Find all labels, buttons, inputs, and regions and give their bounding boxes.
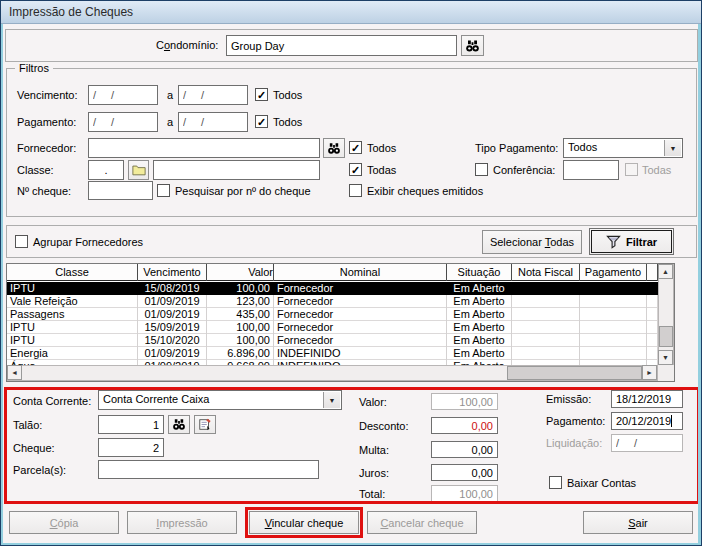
window-border xyxy=(698,24,701,545)
pagamento-data-label: Pagamento: xyxy=(546,415,605,428)
table-row[interactable]: IPTU15/08/2019100,00FornecedorEm Aberto xyxy=(7,282,658,295)
emissao-input[interactable] xyxy=(611,390,683,408)
vencimento-todos-checkbox[interactable]: ✓ xyxy=(255,88,268,101)
classe-folder-button[interactable] xyxy=(128,160,149,180)
condominio-input[interactable] xyxy=(226,35,457,56)
column-header[interactable]: Classe xyxy=(7,264,138,281)
conferencia-checkbox[interactable] xyxy=(475,163,488,176)
table-cell xyxy=(512,282,580,295)
conta-corrente-dropdown[interactable]: Conta Corrente Caixa ▼ xyxy=(98,390,342,410)
total-label: Total: xyxy=(359,488,385,501)
scroll-down-icon[interactable]: ▼ xyxy=(658,350,673,365)
table-cell: Fornecedor xyxy=(274,282,447,295)
fornecedor-input[interactable] xyxy=(88,138,320,158)
baixar-contas-checkbox[interactable] xyxy=(549,476,562,489)
pagamento-to-input[interactable] xyxy=(178,112,248,132)
table-cell: Em Aberto xyxy=(447,308,512,321)
table-cell xyxy=(580,308,647,321)
conferencia-input[interactable] xyxy=(563,160,619,180)
chevron-down-icon[interactable]: ▼ xyxy=(664,140,681,156)
scroll-up-icon[interactable]: ▲ xyxy=(658,264,673,279)
ncheque-input[interactable] xyxy=(88,181,153,200)
scroll-right-icon[interactable]: ► xyxy=(642,365,657,380)
column-header[interactable]: Situação xyxy=(447,264,512,281)
column-header[interactable]: Nominal xyxy=(274,264,447,281)
multa-input[interactable] xyxy=(431,441,498,458)
vencimento-to-input[interactable] xyxy=(178,85,248,105)
impressao-button: Impressão xyxy=(127,511,237,534)
scroll-left-icon[interactable]: ◄ xyxy=(7,365,22,380)
column-header[interactable]: Nota Fiscal xyxy=(512,264,580,281)
window-border xyxy=(1,543,701,545)
tipo-pagamento-dropdown[interactable]: Todos ▼ xyxy=(563,138,683,158)
table-row[interactable]: Vale Refeição01/09/2019123,00FornecedorE… xyxy=(7,295,658,308)
classe-todas-label: Todas xyxy=(367,164,396,177)
desconto-input[interactable] xyxy=(431,417,498,434)
juros-input[interactable] xyxy=(431,464,498,481)
classe-todas-checkbox[interactable]: ✓ xyxy=(349,163,362,176)
window-titlebar[interactable]: Impressão de Cheques xyxy=(1,1,701,24)
table-cell: Em Aberto xyxy=(447,321,512,334)
column-header[interactable]: Pagamento xyxy=(580,264,647,281)
horizontal-scrollbar-thumb[interactable] xyxy=(507,366,642,380)
table-row[interactable]: IPTU15/09/2019100,00FornecedorEm Aberto xyxy=(7,321,658,334)
pagamento-range-sep: a xyxy=(167,116,173,129)
table-row[interactable]: IPTU15/10/2020100,00FornecedorEm Aberto xyxy=(7,334,658,347)
table-cell xyxy=(647,321,658,334)
selecionar-todas-button[interactable]: Selecionar Todas xyxy=(482,230,582,254)
table-cell: 100,00 xyxy=(207,282,274,295)
table-cell xyxy=(647,295,658,308)
agrupar-fornecedores-label: Agrupar Fornecedores xyxy=(33,236,143,249)
table-cell xyxy=(647,347,658,360)
binoculars-icon xyxy=(172,418,186,431)
table-cell: Fornecedor xyxy=(274,308,447,321)
table-cell xyxy=(512,308,580,321)
column-header[interactable]: Vencimento xyxy=(138,264,207,281)
pagamento-from-input[interactable] xyxy=(88,112,158,132)
fornecedor-search-button[interactable] xyxy=(323,138,345,158)
classe-code-input[interactable] xyxy=(88,160,124,180)
agrupar-fornecedores-checkbox[interactable] xyxy=(15,235,28,248)
table-cell xyxy=(512,321,580,334)
vertical-scrollbar-thumb[interactable] xyxy=(659,326,673,347)
column-header[interactable] xyxy=(647,264,658,281)
table-row[interactable]: Passagens01/09/2019435,00FornecedorEm Ab… xyxy=(7,308,658,321)
table-cell: IPTU xyxy=(7,321,138,334)
table-cell xyxy=(580,295,647,308)
pagamento-todos-checkbox[interactable]: ✓ xyxy=(255,115,268,128)
exibir-emitidos-checkbox[interactable] xyxy=(349,184,362,197)
table-cell: 01/09/2019 xyxy=(138,295,207,308)
conferencia-todas-label: Todas xyxy=(642,164,671,177)
talao-search-button[interactable] xyxy=(168,415,190,434)
table-cell: 15/10/2020 xyxy=(138,334,207,347)
vincular-cheque-button[interactable]: Vincular cheque xyxy=(249,511,359,534)
table-cell: IPTU xyxy=(7,334,138,347)
valor-input xyxy=(431,393,498,410)
fornecedor-todos-checkbox[interactable]: ✓ xyxy=(349,141,362,154)
table-cell xyxy=(647,282,658,295)
column-header[interactable]: Valor xyxy=(207,264,274,281)
fornecedor-todos-label: Todos xyxy=(367,142,396,155)
chevron-down-icon[interactable]: ▼ xyxy=(323,392,340,408)
pesquisar-ncheque-label: Pesquisar por nº do cheque xyxy=(175,185,311,198)
table-cell: 6.896,00 xyxy=(207,347,274,360)
pagamento-data-input[interactable]: 20/12/2019 xyxy=(611,412,683,430)
text-cursor xyxy=(671,415,672,427)
table-cell: INDEFINIDO xyxy=(274,347,447,360)
cheque-input[interactable] xyxy=(98,438,164,457)
talao-properties-button[interactable] xyxy=(194,415,216,434)
condominio-search-button[interactable] xyxy=(461,35,484,56)
table-row[interactable]: Energia01/09/20196.896,00INDEFINIDOEm Ab… xyxy=(7,347,658,360)
pesquisar-ncheque-checkbox[interactable] xyxy=(157,184,170,197)
filtrar-button[interactable]: Filtrar xyxy=(589,228,674,255)
table-cell: 01/09/2019 xyxy=(138,347,207,360)
impressao-de-cheques-dialog: Impressão de Cheques Condomínio: Filtros… xyxy=(0,0,702,546)
talao-input[interactable] xyxy=(98,415,164,434)
sair-button[interactable]: Sair xyxy=(583,511,693,534)
filtros-title: Filtros xyxy=(15,62,53,75)
classe-input[interactable] xyxy=(153,160,320,180)
parcelas-input[interactable] xyxy=(98,460,319,479)
vencimento-from-input[interactable] xyxy=(88,85,158,105)
cheques-table: ClasseVencimentoValorNominalSituaçãoNota… xyxy=(6,263,675,382)
window-title: Impressão de Cheques xyxy=(9,5,133,19)
